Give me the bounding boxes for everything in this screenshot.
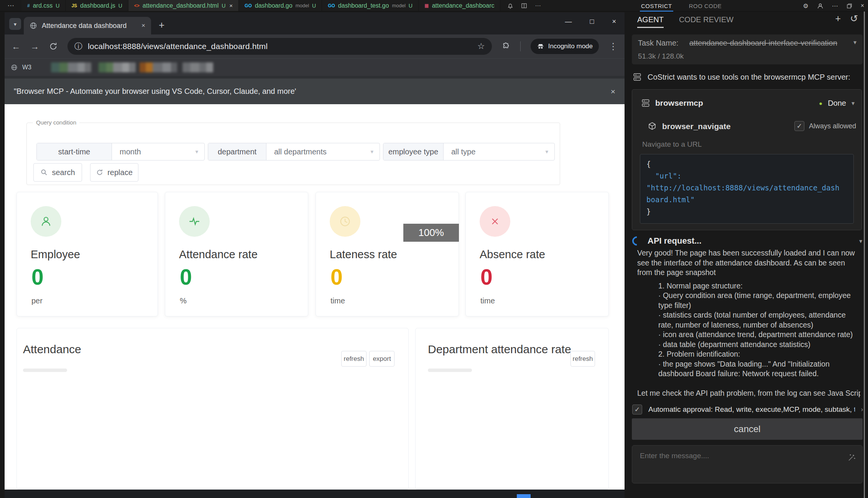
html-file-icon: <> <box>134 3 140 8</box>
restore-window-icon[interactable] <box>847 3 852 9</box>
bookmark-star-icon[interactable]: ☆ <box>477 41 485 51</box>
panel-title-roo-code[interactable]: ROO CODE <box>689 3 722 9</box>
window-menu-icon[interactable]: ⋯ <box>0 0 21 11</box>
list-item: 2. Problem identification: <box>658 349 860 359</box>
refresh-button[interactable]: refresh <box>341 351 367 367</box>
bookmark-blurred[interactable] <box>51 62 91 72</box>
more-actions-icon[interactable]: ⋯ <box>535 2 541 9</box>
refresh-button[interactable]: refresh <box>570 351 595 367</box>
start-time-value: month <box>120 147 141 156</box>
tool-row: browser_navigate <box>648 122 731 131</box>
close-icon[interactable]: × <box>612 18 616 26</box>
editor-tab-dashboard-js[interactable]: JS dashboard.js U <box>66 0 128 11</box>
pulse-icon <box>179 206 210 237</box>
server-header[interactable]: browsermcp <box>641 98 703 108</box>
context-usage: 51.3k / 128.0k <box>638 52 684 61</box>
tab-search-chevron-icon[interactable]: ▾ <box>9 18 21 30</box>
bookmark-blurred[interactable] <box>182 62 213 72</box>
chevron-down-icon[interactable]: ▾ <box>859 238 862 245</box>
close-tab-icon[interactable]: × <box>229 2 233 9</box>
cancel-button[interactable]: cancel <box>632 418 863 440</box>
new-task-icon[interactable]: + <box>835 13 841 24</box>
notifications-bell-icon[interactable] <box>507 3 513 9</box>
search-button[interactable]: search <box>33 163 82 182</box>
panel-title-costrict[interactable]: COSTRICT <box>641 3 672 9</box>
editor-tab-folder: model <box>392 3 405 8</box>
forward-icon[interactable]: → <box>30 41 39 52</box>
department-select[interactable]: all departments ▾ <box>266 143 380 160</box>
split-editor-icon[interactable] <box>521 3 527 9</box>
reload-icon[interactable] <box>49 42 58 51</box>
message-input[interactable] <box>632 446 862 483</box>
url-bar[interactable]: ⓘ localhost:8888/views/attendance_dashbo… <box>67 38 492 55</box>
bookmark-blurred[interactable] <box>140 62 177 72</box>
replace-button[interactable]: replace <box>90 163 138 182</box>
editor-tab-label: attendance_dashboarc <box>432 2 495 9</box>
attendance-section: Attendance refresh export <box>16 328 409 490</box>
account-icon[interactable] <box>817 3 824 9</box>
editor-tab-attendance-dashboard[interactable]: ≣ attendance_dashboarc <box>419 0 501 11</box>
titlebar-right-controls: ⚙ ⋯ × <box>803 0 864 11</box>
editor-tab-ard-css[interactable]: # ard.css U <box>21 0 66 11</box>
stat-value: 0 <box>480 264 493 290</box>
close-window-icon[interactable]: × <box>861 2 864 9</box>
editor-tab-dashboard-test-go[interactable]: GO dashboard_test.go model U <box>322 0 419 11</box>
browser-tab[interactable]: Attendance data dashboard × <box>24 17 151 34</box>
browser-menu-icon[interactable]: ⋮ <box>609 41 618 52</box>
stat-title: Employee <box>31 248 80 261</box>
back-icon[interactable]: ← <box>12 41 20 52</box>
minimize-icon[interactable]: — <box>565 18 572 26</box>
untracked-badge: U <box>312 3 316 9</box>
layout-menu-icon[interactable]: ⋯ <box>832 2 838 10</box>
filter-start-time: start-time month ▾ <box>36 143 205 161</box>
refresh-icon <box>96 169 104 176</box>
new-tab-icon[interactable]: + <box>159 19 164 31</box>
url-text[interactable]: localhost:8888/views/attendance_dashboar… <box>88 42 472 51</box>
tab-agent[interactable]: AGENT <box>637 15 664 24</box>
extensions-icon[interactable] <box>502 42 510 51</box>
toolbar-divider <box>520 41 521 51</box>
infobar-text: "Browser MCP - Automate your browser usi… <box>14 87 611 96</box>
export-button[interactable]: export <box>369 351 395 367</box>
auto-approval-checkbox[interactable]: ✓ <box>632 405 642 414</box>
code-line: "url": <box>646 172 682 180</box>
editor-tab-label: dashboard.js <box>80 2 115 9</box>
settings-gear-icon[interactable]: ⚙ <box>803 2 808 10</box>
panel-scrollbar[interactable] <box>864 11 865 498</box>
tool-description: Navigate to a URL <box>642 140 702 149</box>
bookmark-w3[interactable]: W3 <box>22 64 31 71</box>
incognito-label: Incognito mode <box>548 43 593 50</box>
tab-code-review[interactable]: CODE REVIEW <box>679 15 733 24</box>
loading-spinner-icon <box>630 234 643 247</box>
always-allowed-checkbox[interactable]: ✓ <box>794 121 804 131</box>
stat-card-absence-rate: Absence rate 0 time <box>465 192 609 316</box>
chevron-down-icon[interactable]: ▾ <box>853 39 856 46</box>
employee-type-select[interactable]: all type ▾ <box>444 143 554 160</box>
stat-unit: % <box>180 297 187 305</box>
maximize-icon[interactable]: □ <box>590 18 594 26</box>
history-icon[interactable]: ↺ <box>850 13 858 24</box>
api-request-row[interactable]: API request... ▾ <box>632 236 862 246</box>
close-tab-icon[interactable]: × <box>141 22 145 29</box>
always-allowed-row: ✓ Always allowed <box>794 121 856 131</box>
editor-tab-attendance-dashboard-html[interactable]: <> attendance_dashboard.html U × <box>128 0 239 11</box>
stat-value: 0 <box>31 264 44 290</box>
close-infobar-icon[interactable]: × <box>611 87 615 96</box>
start-time-select[interactable]: month ▾ <box>112 143 204 160</box>
task-header[interactable]: Task Name: attendance-dashboard-interfac… <box>632 34 863 64</box>
status-label: Done <box>828 99 846 108</box>
bookmark-blurred[interactable] <box>99 62 136 72</box>
site-info-icon[interactable]: ⓘ <box>74 41 82 52</box>
clock-icon <box>330 206 360 237</box>
server-status[interactable]: ● Done ▾ <box>819 99 855 108</box>
stat-card-lateness-rate: 100% Lateness rate 0 time <box>316 192 459 316</box>
task-name-label: Task Name: <box>638 39 679 48</box>
browser-mcp-infobar: "Browser MCP - Automate your browser usi… <box>5 79 625 104</box>
editor-tab-dashboard-go[interactable]: GO dashboard.go model U <box>239 0 322 11</box>
stat-value: 0 <box>180 264 192 290</box>
chevron-right-icon[interactable]: › <box>861 406 863 413</box>
incognito-icon <box>537 43 544 50</box>
enhance-prompt-wand-icon[interactable] <box>847 453 856 462</box>
browser-window-controls: — □ × <box>565 18 616 26</box>
assistant-message: Very good! The page has been successfull… <box>637 248 860 398</box>
